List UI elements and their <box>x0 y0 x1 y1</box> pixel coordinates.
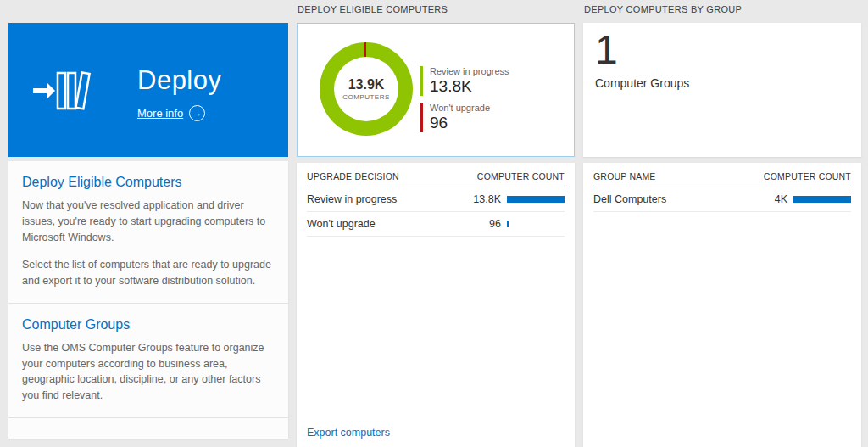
eligible-paragraph-1: Now that you've resolved application and… <box>22 198 275 245</box>
upgrade-decision-table-panel: UPGRADE DECISION COMPUTER COUNT Review i… <box>297 163 575 447</box>
row-label: Dell Computers <box>593 193 748 205</box>
legend-label: Review in progress <box>430 66 509 76</box>
computer-groups-heading: Computer Groups <box>22 317 275 332</box>
eligible-paragraph-2: Select the list of computers that are re… <box>22 257 275 289</box>
group-count-label: Computer Groups <box>595 76 849 90</box>
eligible-computers-heading: Deploy Eligible Computers <box>22 175 275 190</box>
section-divider <box>8 417 288 418</box>
table-row-wont-upgrade[interactable]: Won't upgrade 96 <box>307 212 565 237</box>
computer-groups-paragraph: Use the OMS Computer Groups feature to o… <box>22 340 275 404</box>
deploy-icon <box>32 70 92 115</box>
bar-track <box>507 221 565 227</box>
legend-swatch-red <box>420 103 423 132</box>
legend-value: 13.8K <box>430 77 509 96</box>
groups-rows: Dell Computers 4K <box>593 187 851 212</box>
table-row-review-in-progress[interactable]: Review in progress 13.8K <box>307 187 565 212</box>
donut-center: 13.9K COMPUTERS <box>334 57 398 121</box>
deploy-description-panel: Deploy Eligible Computers Now that you'v… <box>8 161 288 439</box>
row-value: 96 <box>462 218 501 230</box>
legend-item-wont-upgrade: Won't upgrade 96 <box>420 103 509 132</box>
donut-center-label: COMPUTERS <box>342 93 390 101</box>
eligible-chart-tile[interactable]: 13.9K COMPUTERS Review in progress 13.8K… <box>297 23 575 157</box>
table-header-row: GROUP NAME COMPUTER COUNT <box>593 163 851 187</box>
group-count: 1 <box>595 26 849 73</box>
count-bar <box>507 221 509 227</box>
more-info-link[interactable]: More info <box>137 107 183 120</box>
row-value: 13.8K <box>462 193 501 205</box>
legend-value: 96 <box>430 114 490 132</box>
legend-item-review-in-progress: Review in progress 13.8K <box>420 66 509 96</box>
column-header-group-name: GROUP NAME <box>593 171 764 182</box>
donut-legend: Review in progress 13.8K Won't upgrade 9… <box>420 66 509 132</box>
export-computers-link[interactable]: Export computers <box>307 427 390 439</box>
bar-track <box>793 196 851 203</box>
count-bar <box>793 196 851 203</box>
arrow-circle-icon[interactable]: → <box>189 105 205 121</box>
deploy-tile[interactable]: Deploy More info → <box>8 23 288 157</box>
donut-center-value: 13.9K <box>348 77 385 92</box>
deploy-title: Deploy <box>137 65 222 96</box>
legend-swatch-green <box>420 66 423 96</box>
row-value: 4K <box>748 193 787 205</box>
column-header-upgrade-decision: UPGRADE DECISION <box>307 171 477 182</box>
deploy-tile-text: Deploy More info → <box>137 65 222 121</box>
count-bar <box>507 196 565 203</box>
computer-groups-count-tile[interactable]: 1 Computer Groups <box>583 23 861 157</box>
column-header-computer-count: COMPUTER COUNT <box>477 171 565 182</box>
row-label: Won't upgrade <box>307 218 462 230</box>
column-header-computer-count: COMPUTER COUNT <box>764 171 851 182</box>
groups-section-header: DEPLOY COMPUTERS BY GROUP <box>584 4 742 14</box>
bar-track <box>507 196 565 203</box>
upgrade-readiness-deploy-page: DEPLOY ELIGIBLE COMPUTERS DEPLOY COMPUTE… <box>0 0 868 447</box>
upgrade-decision-rows: Review in progress 13.8K Won't upgrade 9… <box>307 187 565 237</box>
groups-table-panel: GROUP NAME COMPUTER COUNT Dell Computers… <box>583 163 861 447</box>
row-label: Review in progress <box>307 193 462 205</box>
section-divider <box>8 303 288 304</box>
eligible-section-header: DEPLOY ELIGIBLE COMPUTERS <box>298 4 448 14</box>
table-header-row: UPGRADE DECISION COMPUTER COUNT <box>307 163 565 187</box>
table-row-dell-computers[interactable]: Dell Computers 4K <box>593 187 851 212</box>
legend-label: Won't upgrade <box>430 103 490 113</box>
eligible-donut-chart: 13.9K COMPUTERS <box>320 42 413 136</box>
